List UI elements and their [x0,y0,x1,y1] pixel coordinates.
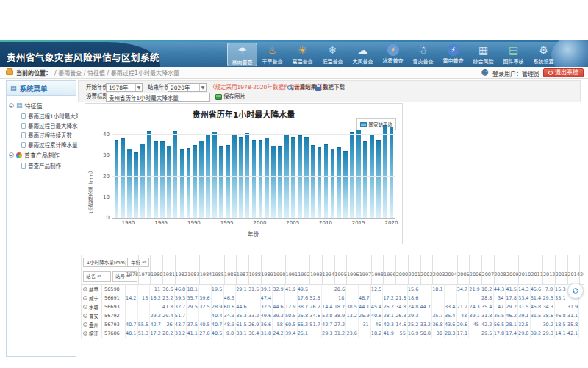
data-download-label: 数据下载 [323,83,345,92]
nav-item-map-review[interactable]: ▤图件审核 [498,43,528,66]
year-column-header[interactable]: 2015 [580,255,584,284]
year-column-header[interactable]: 1992 [298,255,311,284]
station-name-header[interactable]: 站名 ▲▼ [83,271,111,282]
start-year-select[interactable]: 1978年 ▼ [106,83,143,92]
snowflake-thermometer-icon: ❄ [329,43,337,57]
year-column-header[interactable]: 1980 [151,255,163,284]
year-column-header[interactable]: 2001 [409,255,421,284]
nav-item-sun-thermometer[interactable]: ☀高温普查 [287,43,318,66]
nav-item-rain-cloud[interactable]: ☂暴雨普查 [227,43,257,66]
bar-slot [205,124,212,218]
sidebar-group[interactable]: 普查产品制作 [9,149,74,160]
value-cell: 37.5 [187,320,199,329]
nav-item-heat-waves[interactable]: ♨干旱普查 [257,43,287,66]
chart-title-input[interactable] [106,93,210,102]
sidebar-group[interactable]: ▤特征值 [9,100,74,111]
year-column-header[interactable]: 1983 [187,255,200,284]
sidebar-item[interactable]: 普查产品制作 [9,160,74,170]
value-cell: 46.2 [506,311,518,320]
year-column-header[interactable]: 2009 [506,255,519,284]
value-cell: 14.6 [395,320,408,329]
year-column-header[interactable]: 1988 [249,255,262,284]
radio-icon[interactable] [83,287,87,291]
year-column-header[interactable]: 2008 [495,255,507,284]
end-year-select[interactable]: 2020年 ▼ [168,83,207,92]
year-column-header[interactable]: 2003 [433,255,445,284]
year-column-header[interactable]: 1990 [273,255,286,284]
nav-item-calculator[interactable]: ▦综合风险 [468,43,498,66]
value-cell: 51.7 [309,320,322,329]
year-column-header[interactable]: 1979 [139,255,151,284]
value-cell: 47.4 [261,294,273,302]
color-wheel-icon [16,152,22,158]
year-column-header[interactable]: 1985 [212,255,225,284]
expander-icon[interactable] [9,152,14,158]
radio-icon[interactable] [83,314,87,318]
value-cell: 44.6 [273,302,285,311]
value-cell: 43 [457,311,470,320]
year-column-header[interactable]: 1984 [200,255,212,284]
save-image-button[interactable]: 保存图片 [215,93,245,102]
year-column-header[interactable]: 2012 [543,255,556,284]
bar-slot [290,124,296,218]
nav-item-snow-cloud[interactable]: ☃雪灾普查 [408,43,438,66]
year-column-header[interactable]: 2005 [458,255,470,284]
station-name-header-label: 站名 [86,272,96,282]
year-column-header[interactable]: 2002 [421,255,434,284]
radio-icon[interactable] [83,322,87,327]
year-column-header[interactable]: 1993 [310,255,323,284]
year-column-header[interactable]: 1997 [359,255,372,284]
radio-icon[interactable] [83,305,87,309]
logout-button[interactable]: 退出系统 [543,68,584,77]
year-column-header[interactable]: 1987 [237,255,249,284]
data-download-button[interactable]: 数据下载 [315,83,345,92]
year-column-header[interactable]: 2004 [445,255,458,284]
bar-1985 [160,141,165,218]
nav-item-settings-wrench[interactable]: ⚙系统设置 [528,43,559,66]
radio-icon[interactable] [83,331,87,336]
y-tick-label: 40 [93,132,110,138]
year-column-header[interactable]: 1978 [126,255,139,284]
value-cell: 17.8 [494,329,506,338]
sidebar-item[interactable]: 暴雨过程累计降水量 [9,140,74,149]
bar-1991 [199,141,204,218]
year-column-header[interactable]: 1995 [335,255,348,284]
sidebar-item[interactable]: 暴雨过程日最大降水量 [9,121,74,130]
year-column-header[interactable]: 2007 [482,255,495,284]
nav-item-snowflake-thermometer[interactable]: ❄低温普查 [318,43,348,66]
bar-slot [231,124,237,218]
bar-2009 [318,147,322,218]
bar-slot [192,124,198,218]
year-column-header[interactable]: 2000 [396,255,409,284]
year-column-header[interactable]: 2013 [556,255,568,284]
sort-arrows-icon[interactable]: ▲▼ [97,275,101,278]
sidebar-item[interactable]: 暴雨过程1小时最大降水量 [9,111,74,121]
x-tick-label: 2015 [352,220,365,226]
year-column-header[interactable]: 2014 [568,255,581,284]
expander-icon[interactable] [9,103,14,108]
year-column-header[interactable]: 1986 [225,255,237,284]
year-column-header[interactable]: 2006 [470,255,482,284]
year-column-header[interactable]: 2011 [531,255,544,284]
breadcrumb-items[interactable]: / 暴雨普查 / 特征值 / 暴雨过程1小时最大降水量 [54,68,179,77]
year-column-header[interactable]: 1991 [286,255,298,284]
nav-item-wind-cloud[interactable]: ☁大风普查 [348,43,378,66]
calc-result-button[interactable]: 计算结果 [287,83,316,92]
year-column-header[interactable]: 1999 [384,255,396,284]
value-cell [579,329,584,338]
value-filter-button[interactable]: 1小时降水量(mm) [83,258,130,267]
year-column-header[interactable]: 1981 [163,255,176,284]
value-cell [420,294,433,302]
radio-icon[interactable] [83,296,87,300]
value-cell: 32.5 [199,302,212,311]
year-column-header[interactable]: 1996 [347,255,359,284]
year-column-header[interactable]: 1994 [323,255,335,284]
nav-item-hail[interactable]: ⚡冰雹普查 [378,43,408,66]
year-column-header[interactable]: 1998 [372,255,384,284]
year-column-header[interactable]: 2010 [519,255,531,284]
sidebar-item[interactable]: 暴雨过程持续天数 [9,130,74,140]
year-column-header[interactable]: 1989 [262,255,274,284]
year-column-header[interactable]: 1982 [176,255,188,284]
nav-item-lightning[interactable]: ⚡雷电普查 [438,43,468,66]
refresh-float-button[interactable] [567,283,584,299]
